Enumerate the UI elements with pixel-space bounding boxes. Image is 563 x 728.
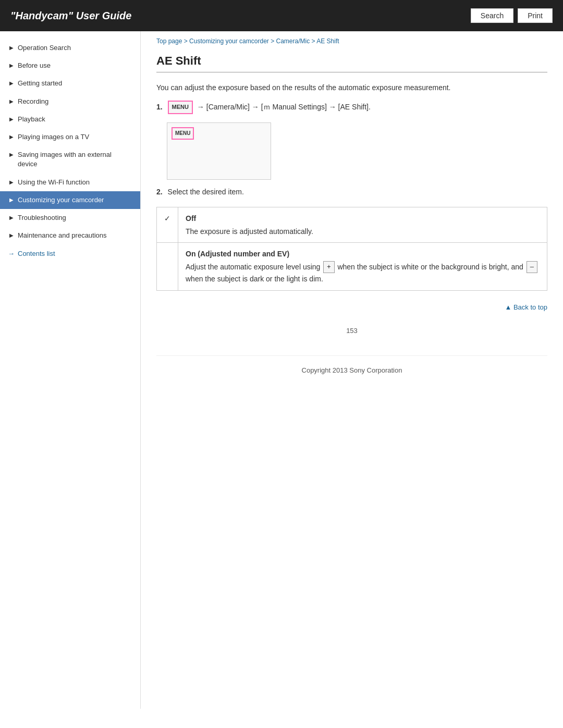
sidebar-item-label: Playback: [18, 115, 45, 124]
contents-list-label: Contents list: [18, 250, 55, 257]
sidebar-item-customizing[interactable]: ▶ Customizing your camcorder: [0, 191, 140, 209]
arrow-icon: ▶: [9, 196, 14, 204]
sidebar-item-troubleshooting[interactable]: ▶ Troubleshooting: [0, 209, 140, 227]
sidebar-item-label: Before use: [18, 61, 51, 70]
sidebar-item-label: Troubleshooting: [18, 213, 66, 223]
page-number: 153: [156, 327, 547, 335]
sidebar-item-wifi[interactable]: ▶ Using the Wi-Fi function: [0, 174, 140, 191]
option-label-off: Off: [186, 213, 540, 224]
sidebar-item-label: Customizing your camcorder: [18, 195, 104, 205]
arrow-icon: ▶: [9, 116, 14, 123]
breadcrumb-sep2: >: [271, 38, 276, 45]
menu-button-label: MENU: [168, 101, 193, 114]
arrow-icon: ▶: [9, 214, 14, 221]
arrow-icon: ▶: [9, 62, 14, 69]
sidebar-item-label: Playing images on a TV: [18, 132, 89, 142]
step-2-instruction: Select the desired item.: [168, 188, 244, 196]
sidebar-item-label: Maintenance and precautions: [18, 231, 107, 240]
sidebar-item-label: Recording: [18, 97, 48, 106]
options-table: ✓ Off The exposure is adjusted automatic…: [156, 207, 547, 290]
contents-list-link[interactable]: → Contents list: [0, 244, 140, 263]
sidebar-item-label: Operation Search: [18, 43, 71, 53]
option-desc-off: The exposure is adjusted automatically.: [186, 226, 540, 237]
arrow-icon: ▶: [9, 179, 14, 186]
description-text: You can adjust the exposure based on the…: [156, 82, 547, 93]
arrow-icon: ▶: [9, 232, 14, 239]
step-2: 2. Select the desired item.: [156, 186, 547, 198]
site-title: "Handycam" User Guide: [10, 10, 131, 22]
option-label-on: On (Adjusted number and EV): [186, 248, 540, 260]
sidebar-item-maintenance[interactable]: ▶ Maintenance and precautions: [0, 227, 140, 244]
header: "Handycam" User Guide Search Print: [0, 0, 563, 31]
print-button[interactable]: Print: [518, 8, 553, 23]
plus-button: +: [323, 261, 334, 273]
breadcrumb: Top page > Customizing your camcorder > …: [156, 31, 547, 49]
sidebar-item-before-use[interactable]: ▶ Before use: [0, 57, 140, 75]
back-to-top: ▲ Back to top: [156, 303, 547, 311]
sidebar-item-label: Using the Wi-Fi function: [18, 178, 90, 187]
copyright-text: Copyright 2013 Sony Corporation: [302, 366, 402, 374]
arrow-icon: ▶: [9, 133, 14, 141]
option-row-off: ✓ Off The exposure is adjusted automatic…: [157, 207, 547, 243]
breadcrumb-sep3: >: [312, 38, 317, 45]
sidebar-item-recording[interactable]: ▶ Recording: [0, 93, 140, 110]
breadcrumb-customizing[interactable]: Customizing your camcorder: [189, 38, 269, 45]
sidebar-item-saving-images[interactable]: ▶ Saving images with an external device: [0, 146, 140, 173]
sidebar-item-playback[interactable]: ▶ Playback: [0, 110, 140, 128]
footer: Copyright 2013 Sony Corporation: [156, 355, 547, 385]
main-layout: ▶ Operation Search ▶ Before use ▶ Gettin…: [0, 31, 563, 709]
sidebar-item-operation-search[interactable]: ▶ Operation Search: [0, 39, 140, 57]
search-button[interactable]: Search: [471, 8, 513, 23]
sidebar-item-playing-images[interactable]: ▶ Playing images on a TV: [0, 128, 140, 146]
option-content-on: On (Adjusted number and EV) Adjust the a…: [178, 243, 547, 291]
option-desc-on: Adjust the automatic exposure level usin…: [186, 261, 540, 285]
sidebar-item-label: Saving images with an external device: [18, 150, 132, 169]
page-title: AE Shift: [156, 54, 547, 68]
breadcrumb-camera-mic[interactable]: Camera/Mic: [276, 38, 310, 45]
arrow-icon: ▶: [9, 98, 14, 105]
breadcrumb-sep1: >: [184, 38, 189, 45]
back-to-top-link[interactable]: ▲ Back to top: [505, 303, 547, 311]
menu-btn-diagram: MENU: [172, 127, 194, 140]
step-2-number: 2.: [156, 188, 163, 196]
arrow-icon: ▶: [9, 80, 14, 87]
option-row-on: On (Adjusted number and EV) Adjust the a…: [157, 243, 547, 291]
breadcrumb-ae-shift: AE Shift: [316, 38, 339, 45]
sidebar-item-getting-started[interactable]: ▶ Getting started: [0, 75, 140, 92]
step-diagram: MENU: [167, 122, 271, 180]
option-check-off: ✓: [157, 207, 178, 243]
link-arrow-icon: →: [8, 250, 15, 257]
main-content: Top page > Customizing your camcorder > …: [141, 31, 563, 400]
minus-button: —: [527, 261, 537, 273]
header-actions: Search Print: [471, 8, 553, 23]
sidebar-item-label: Getting started: [18, 79, 62, 88]
option-content-off: Off The exposure is adjusted automatical…: [178, 207, 547, 243]
breadcrumb-top[interactable]: Top page: [156, 38, 182, 45]
step-1-instruction: → [Camera/Mic] → [ｍ Manual Settings] → […: [197, 103, 371, 111]
step-1-number: 1.: [156, 103, 163, 111]
sidebar: ▶ Operation Search ▶ Before use ▶ Gettin…: [0, 31, 141, 709]
step-1: 1. MENU → [Camera/Mic] → [ｍ Manual Setti…: [156, 101, 547, 114]
arrow-icon: ▶: [9, 151, 14, 158]
option-check-on: [157, 243, 178, 291]
content-body: You can adjust the exposure based on the…: [156, 82, 547, 291]
page-title-section: AE Shift: [156, 54, 547, 72]
arrow-icon: ▶: [9, 44, 14, 52]
